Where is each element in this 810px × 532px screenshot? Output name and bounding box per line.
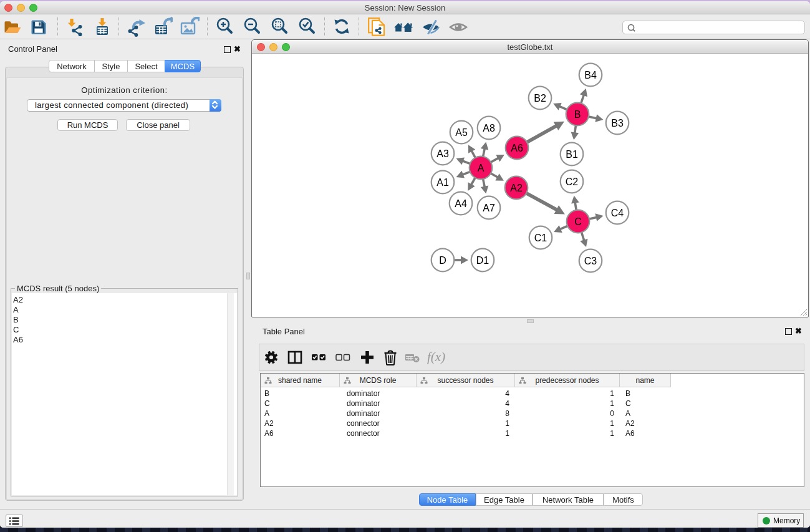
svg-text:B3: B3	[611, 118, 624, 128]
svg-text:A2: A2	[510, 183, 523, 193]
svg-text:D1: D1	[476, 255, 489, 266]
svg-text:B4: B4	[584, 70, 597, 80]
svg-text:A4: A4	[455, 198, 467, 209]
svg-text:A: A	[478, 163, 485, 173]
svg-text:A8: A8	[483, 123, 495, 133]
svg-text:B2: B2	[534, 93, 546, 104]
svg-text:B: B	[574, 109, 581, 120]
svg-text:A3: A3	[436, 148, 449, 159]
svg-text:B1: B1	[566, 149, 578, 160]
svg-text:C2: C2	[566, 177, 579, 187]
svg-text:A5: A5	[455, 127, 468, 138]
svg-text:C4: C4	[611, 208, 624, 218]
svg-text:D: D	[439, 255, 446, 266]
svg-text:A1: A1	[436, 177, 449, 188]
svg-text:A6: A6	[511, 143, 523, 153]
svg-text:C3: C3	[584, 256, 597, 266]
svg-text:C1: C1	[534, 233, 547, 243]
svg-text:C: C	[574, 216, 582, 227]
svg-text:A7: A7	[483, 203, 495, 213]
